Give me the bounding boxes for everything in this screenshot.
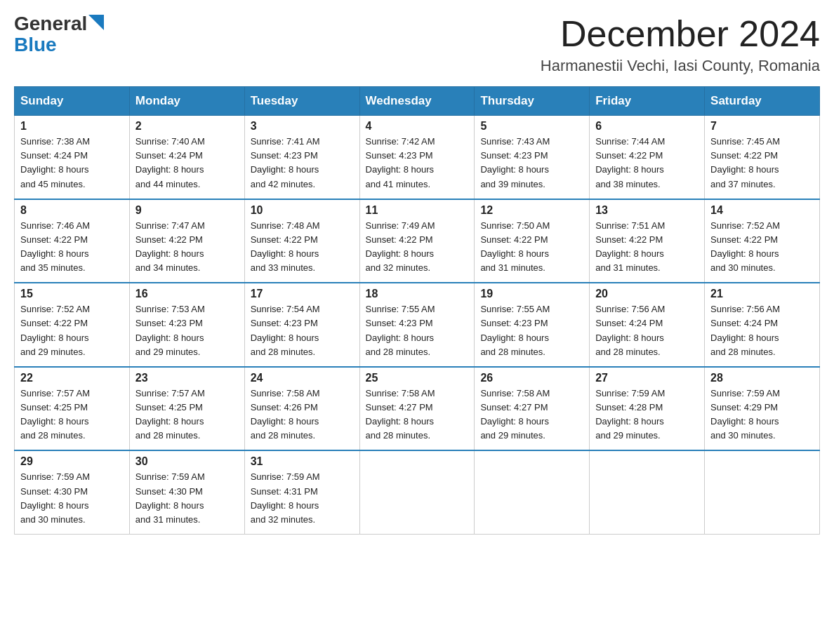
day-info: Sunrise: 7:59 AMSunset: 4:30 PMDaylight:… [20,470,124,527]
header-saturday: Saturday [705,87,820,116]
day-number: 7 [710,120,814,133]
day-number: 12 [480,204,583,217]
day-info: Sunrise: 7:48 AMSunset: 4:22 PMDaylight:… [251,219,354,276]
day-number: 2 [135,120,239,133]
day-info: Sunrise: 7:56 AMSunset: 4:24 PMDaylight:… [595,302,699,359]
days-of-week-row: SundayMondayTuesdayWednesdayThursdayFrid… [15,87,820,116]
calendar-cell: 12 Sunrise: 7:50 AMSunset: 4:22 PMDaylig… [475,199,590,283]
day-number: 31 [251,455,354,468]
week-row-3: 15 Sunrise: 7:52 AMSunset: 4:22 PMDaylig… [15,283,820,367]
day-info: Sunrise: 7:41 AMSunset: 4:23 PMDaylight:… [251,135,354,192]
day-info: Sunrise: 7:59 AMSunset: 4:28 PMDaylight:… [595,387,699,443]
calendar-cell: 24 Sunrise: 7:58 AMSunset: 4:26 PMDaylig… [244,367,359,451]
day-number: 9 [135,204,239,217]
calendar-cell: 1 Sunrise: 7:38 AMSunset: 4:24 PMDayligh… [15,116,130,199]
header-sunday: Sunday [15,87,130,116]
day-number: 15 [20,288,124,300]
page-header: General Blue December 2024 Harmanestii V… [14,14,820,75]
day-number: 27 [595,372,699,384]
day-info: Sunrise: 7:42 AMSunset: 4:23 PMDaylight:… [366,135,469,192]
day-info: Sunrise: 7:51 AMSunset: 4:22 PMDaylight:… [595,219,699,276]
day-number: 24 [251,372,354,384]
calendar-cell: 4 Sunrise: 7:42 AMSunset: 4:23 PMDayligh… [359,116,475,199]
day-info: Sunrise: 7:45 AMSunset: 4:22 PMDaylight:… [710,135,814,192]
day-number: 16 [135,288,239,300]
calendar-cell: 30 Sunrise: 7:59 AMSunset: 4:30 PMDaylig… [129,450,244,534]
day-info: Sunrise: 7:57 AMSunset: 4:25 PMDaylight:… [20,387,124,443]
day-number: 21 [710,288,814,300]
day-number: 18 [366,288,469,300]
logo-arrow-icon [88,15,104,30]
day-info: Sunrise: 7:56 AMSunset: 4:24 PMDaylight:… [710,302,814,359]
day-number: 20 [595,288,699,300]
day-info: Sunrise: 7:52 AMSunset: 4:22 PMDaylight:… [710,219,814,276]
day-number: 8 [20,204,124,217]
day-number: 22 [20,372,124,384]
calendar-cell: 29 Sunrise: 7:59 AMSunset: 4:30 PMDaylig… [15,450,130,534]
day-info: Sunrise: 7:55 AMSunset: 4:23 PMDaylight:… [366,302,469,359]
week-row-2: 8 Sunrise: 7:46 AMSunset: 4:22 PMDayligh… [15,199,820,283]
calendar-cell: 31 Sunrise: 7:59 AMSunset: 4:31 PMDaylig… [244,450,359,534]
day-info: Sunrise: 7:58 AMSunset: 4:27 PMDaylight:… [366,387,469,443]
day-number: 28 [710,372,814,384]
day-number: 26 [480,372,583,384]
day-info: Sunrise: 7:59 AMSunset: 4:29 PMDaylight:… [710,387,814,443]
calendar-cell: 17 Sunrise: 7:54 AMSunset: 4:23 PMDaylig… [244,283,359,367]
day-info: Sunrise: 7:38 AMSunset: 4:24 PMDaylight:… [20,135,124,192]
day-info: Sunrise: 7:46 AMSunset: 4:22 PMDaylight:… [20,219,124,276]
calendar-cell [705,450,820,534]
day-number: 5 [480,120,583,133]
logo-general: General [14,14,87,34]
day-number: 17 [251,288,354,300]
calendar-cell: 28 Sunrise: 7:59 AMSunset: 4:29 PMDaylig… [705,367,820,451]
calendar-cell: 5 Sunrise: 7:43 AMSunset: 4:23 PMDayligh… [475,116,590,199]
day-info: Sunrise: 7:49 AMSunset: 4:22 PMDaylight:… [366,219,469,276]
calendar-cell: 26 Sunrise: 7:58 AMSunset: 4:27 PMDaylig… [475,367,590,451]
calendar-cell: 9 Sunrise: 7:47 AMSunset: 4:22 PMDayligh… [129,199,244,283]
day-info: Sunrise: 7:54 AMSunset: 4:23 PMDaylight:… [251,302,354,359]
day-number: 11 [366,204,469,217]
calendar-cell: 14 Sunrise: 7:52 AMSunset: 4:22 PMDaylig… [705,199,820,283]
day-number: 19 [480,288,583,300]
title-section: December 2024 Harmanestii Vechi, Iasi Co… [541,14,820,75]
month-title: December 2024 [541,14,820,54]
calendar-cell: 10 Sunrise: 7:48 AMSunset: 4:22 PMDaylig… [244,199,359,283]
day-info: Sunrise: 7:59 AMSunset: 4:30 PMDaylight:… [135,470,239,527]
header-monday: Monday [129,87,244,116]
calendar-cell: 16 Sunrise: 7:53 AMSunset: 4:23 PMDaylig… [129,283,244,367]
calendar-cell [590,450,705,534]
calendar-table: SundayMondayTuesdayWednesdayThursdayFrid… [14,86,820,535]
day-info: Sunrise: 7:50 AMSunset: 4:22 PMDaylight:… [480,219,583,276]
day-number: 23 [135,372,239,384]
week-row-5: 29 Sunrise: 7:59 AMSunset: 4:30 PMDaylig… [15,450,820,534]
week-row-1: 1 Sunrise: 7:38 AMSunset: 4:24 PMDayligh… [15,116,820,199]
day-number: 30 [135,455,239,468]
day-info: Sunrise: 7:43 AMSunset: 4:23 PMDaylight:… [480,135,583,192]
header-thursday: Thursday [475,87,590,116]
calendar-cell: 8 Sunrise: 7:46 AMSunset: 4:22 PMDayligh… [15,199,130,283]
logo: General Blue [14,14,104,56]
day-info: Sunrise: 7:47 AMSunset: 4:22 PMDaylight:… [135,219,239,276]
day-info: Sunrise: 7:58 AMSunset: 4:27 PMDaylight:… [480,387,583,443]
calendar-cell [359,450,475,534]
calendar-cell: 6 Sunrise: 7:44 AMSunset: 4:22 PMDayligh… [590,116,705,199]
header-tuesday: Tuesday [244,87,359,116]
day-number: 4 [366,120,469,133]
week-row-4: 22 Sunrise: 7:57 AMSunset: 4:25 PMDaylig… [15,367,820,451]
header-wednesday: Wednesday [359,87,475,116]
day-number: 25 [366,372,469,384]
day-info: Sunrise: 7:44 AMSunset: 4:22 PMDaylight:… [595,135,699,192]
day-info: Sunrise: 7:52 AMSunset: 4:22 PMDaylight:… [20,302,124,359]
logo-blue: Blue [14,34,57,56]
calendar-cell: 25 Sunrise: 7:58 AMSunset: 4:27 PMDaylig… [359,367,475,451]
calendar-cell: 20 Sunrise: 7:56 AMSunset: 4:24 PMDaylig… [590,283,705,367]
day-number: 6 [595,120,699,133]
svg-marker-0 [88,15,104,30]
day-info: Sunrise: 7:40 AMSunset: 4:24 PMDaylight:… [135,135,239,192]
calendar-cell [475,450,590,534]
calendar-cell: 22 Sunrise: 7:57 AMSunset: 4:25 PMDaylig… [15,367,130,451]
day-number: 29 [20,455,124,468]
day-number: 3 [251,120,354,133]
calendar-cell: 27 Sunrise: 7:59 AMSunset: 4:28 PMDaylig… [590,367,705,451]
day-info: Sunrise: 7:58 AMSunset: 4:26 PMDaylight:… [251,387,354,443]
